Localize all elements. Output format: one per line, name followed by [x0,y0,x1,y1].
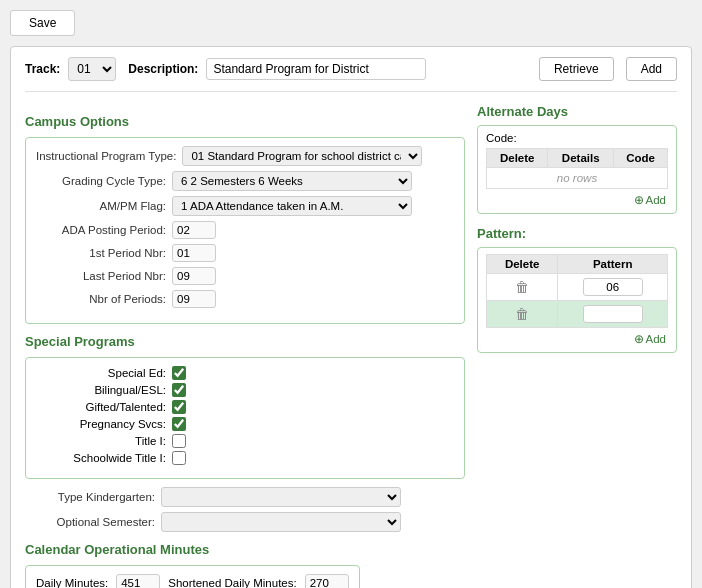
gifted-label: Gifted/Talented: [36,401,166,413]
alt-add-icon: ⊕ [634,194,644,206]
ampm-flag-label: AM/PM Flag: [36,200,166,212]
alt-add-link-row: ⊕Add [486,189,668,207]
grading-cycle-select[interactable]: 6 2 Semesters 6 Weeks [172,171,412,191]
shortened-label: Shortened Daily Minutes: [168,577,296,588]
campus-options-box: Instructional Program Type: 01 Standard … [25,137,465,324]
ampm-flag-select[interactable]: 1 ADA Attendance taken in A.M. [172,196,412,216]
alternate-days-title: Alternate Days [477,104,677,119]
instructional-program-select[interactable]: 01 Standard Program for school district … [182,146,422,166]
pattern-value-1 [558,274,668,301]
calendar-box: Daily Minutes: Shortened Daily Minutes: [25,565,360,588]
alt-delete-header: Delete [487,149,548,168]
pattern-input-1[interactable] [583,278,643,296]
save-button[interactable]: Save [10,10,75,36]
track-actions: Retrieve Add [539,57,677,81]
pattern-delete-2[interactable]: 🗑 [487,301,558,328]
pattern-table: Delete Pattern 🗑 🗑 [486,254,668,328]
title1-label: Title I: [36,435,166,447]
last-period-label: Last Period Nbr: [36,270,166,282]
pattern-delete-header: Delete [487,255,558,274]
add-top-button[interactable]: Add [626,57,677,81]
instructional-program-label: Instructional Program Type: [36,150,176,162]
bilingual-label: Bilingual/ESL: [36,384,166,396]
content-row: Campus Options Instructional Program Typ… [25,104,677,588]
pregnancy-checkbox[interactable] [172,417,186,431]
gifted-checkbox[interactable] [172,400,186,414]
pregnancy-label: Pregnancy Svcs: [36,418,166,430]
pregnancy-row: Pregnancy Svcs: [36,417,454,431]
special-programs-box: Special Ed: Bilingual/ESL: Gifted/Talent… [25,357,465,479]
last-period-row: Last Period Nbr: [36,267,454,285]
ada-posting-row: ADA Posting Period: [36,221,454,239]
ada-posting-input[interactable] [172,221,216,239]
type-kindergarten-select[interactable] [161,487,401,507]
alternate-days-table: Delete Details Code no rows [486,148,668,189]
special-programs-title: Special Programs [25,334,465,349]
pattern-input-2[interactable] [583,305,643,323]
campus-options-title: Campus Options [25,114,465,129]
optional-semester-select[interactable] [161,512,401,532]
nbr-periods-row: Nbr of Periods: [36,290,454,308]
type-kindergarten-row: Type Kindergarten: [25,487,465,507]
trash-icon-1[interactable]: 🗑 [515,279,529,295]
optional-semester-row: Optional Semester: [25,512,465,532]
retrieve-button[interactable]: Retrieve [539,57,614,81]
alt-no-rows-row: no rows [487,168,668,189]
calendar-section: Calendar Operational Minutes Daily Minut… [25,542,465,588]
description-input[interactable] [206,58,426,80]
pattern-add-icon: ⊕ [634,333,644,345]
pattern-add-link[interactable]: ⊕Add [634,333,666,345]
main-panel: Track: 01 02 Description: Retrieve Add C… [10,46,692,588]
pattern-row-1: 🗑 [487,274,668,301]
type-fields: Type Kindergarten: Optional Semester: [25,487,465,532]
type-kindergarten-label: Type Kindergarten: [25,491,155,503]
nbr-periods-input[interactable] [172,290,216,308]
gifted-row: Gifted/Talented: [36,400,454,414]
track-select[interactable]: 01 02 [68,57,116,81]
special-ed-checkbox[interactable] [172,366,186,380]
first-period-row: 1st Period Nbr: [36,244,454,262]
track-label: Track: [25,62,60,76]
pattern-box: Delete Pattern 🗑 🗑 [477,247,677,353]
alt-no-rows-cell: no rows [487,168,668,189]
toolbar: Save [10,10,692,36]
alt-code-header: Code [614,149,668,168]
daily-minutes-label: Daily Minutes: [36,577,108,588]
bilingual-checkbox[interactable] [172,383,186,397]
pattern-pattern-header: Pattern [558,255,668,274]
instructional-program-row: Instructional Program Type: 01 Standard … [36,146,454,166]
pattern-row-2: 🗑 [487,301,668,328]
optional-semester-label: Optional Semester: [25,516,155,528]
bilingual-row: Bilingual/ESL: [36,383,454,397]
nbr-periods-label: Nbr of Periods: [36,293,166,305]
code-label: Code: [486,132,668,144]
schoolwide-title1-label: Schoolwide Title I: [36,452,166,464]
alt-details-header: Details [548,149,614,168]
last-period-input[interactable] [172,267,216,285]
pattern-delete-1[interactable]: 🗑 [487,274,558,301]
calendar-title: Calendar Operational Minutes [25,542,465,557]
right-panel: Alternate Days Code: Delete Details Code [477,104,677,588]
grading-cycle-label: Grading Cycle Type: [36,175,166,187]
ada-posting-label: ADA Posting Period: [36,224,166,236]
description-label: Description: [128,62,198,76]
pattern-add-link-row: ⊕Add [486,328,668,346]
left-panel: Campus Options Instructional Program Typ… [25,104,465,588]
grading-cycle-row: Grading Cycle Type: 6 2 Semesters 6 Week… [36,171,454,191]
pattern-title: Pattern: [477,226,677,241]
ampm-flag-row: AM/PM Flag: 1 ADA Attendance taken in A.… [36,196,454,216]
title1-row: Title I: [36,434,454,448]
title1-checkbox[interactable] [172,434,186,448]
schoolwide-title1-checkbox[interactable] [172,451,186,465]
alt-add-link[interactable]: ⊕Add [634,194,666,206]
alternate-days-box: Code: Delete Details Code no rows [477,125,677,214]
trash-icon-2[interactable]: 🗑 [515,306,529,322]
daily-minutes-input[interactable] [116,574,160,588]
special-ed-row: Special Ed: [36,366,454,380]
first-period-label: 1st Period Nbr: [36,247,166,259]
track-row: Track: 01 02 Description: Retrieve Add [25,57,677,92]
first-period-input[interactable] [172,244,216,262]
shortened-minutes-input[interactable] [305,574,349,588]
pattern-value-2 [558,301,668,328]
special-ed-label: Special Ed: [36,367,166,379]
